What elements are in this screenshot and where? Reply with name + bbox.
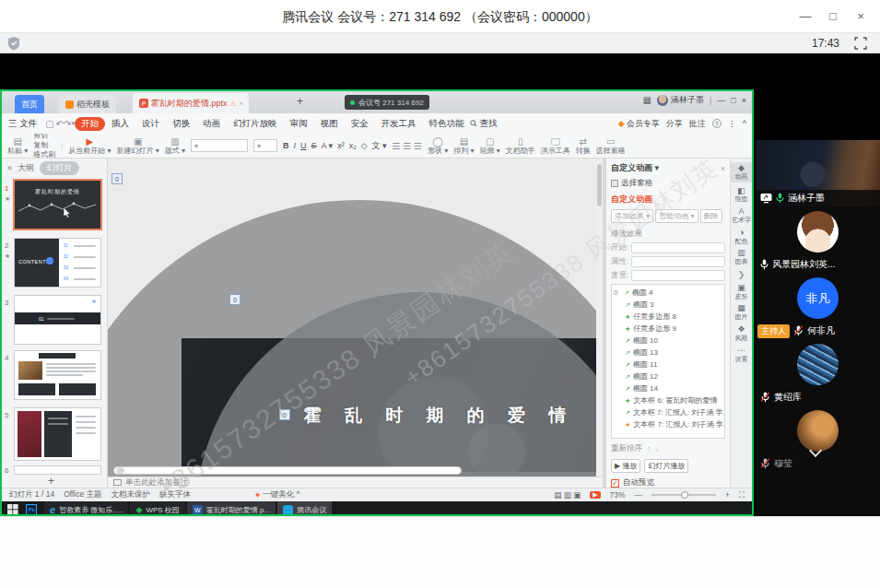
slide-thumbnail-3[interactable]: 01 xyxy=(15,296,100,344)
menu-file[interactable]: 三 文件 xyxy=(2,117,43,131)
superscript-button[interactable]: x² xyxy=(337,141,345,150)
arrange-button[interactable]: ▤排列 ▾ xyxy=(453,136,474,156)
subscript-button[interactable]: x₂ xyxy=(349,141,357,150)
animation-item[interactable]: ↗椭圆 3 xyxy=(612,299,724,311)
animation-item[interactable]: ↗文本框 7: 汇报人: 刘子涵 学... xyxy=(612,406,724,418)
align-icons[interactable]: ☰ ☰ ☰ xyxy=(393,141,422,151)
speed-select[interactable] xyxy=(631,270,725,281)
participant-video-5[interactable]: 穆莹 xyxy=(756,406,880,516)
strike-button[interactable]: S xyxy=(311,141,317,150)
slideshow-button[interactable]: 幻灯片播放 xyxy=(644,459,688,473)
tab-slides[interactable]: 幻灯片 xyxy=(40,161,79,175)
sidebar-item-palette[interactable]: ◑配色 xyxy=(735,229,748,245)
taskbar-ie[interactable]: e智教素养 微知乐..... xyxy=(44,501,128,516)
menu-tab-devtools[interactable]: 开发工具 xyxy=(374,117,422,131)
save-icon[interactable]: ▢ xyxy=(45,119,53,129)
sidebar-item-settings[interactable]: ⋯设置 xyxy=(735,347,748,363)
copy-button[interactable]: 复制 xyxy=(33,141,55,150)
convert-button[interactable]: ⇄转换 xyxy=(576,136,591,156)
maximize-button[interactable]: □ xyxy=(819,0,847,33)
participant-video-4[interactable]: 黄绍库 xyxy=(756,339,880,406)
painter-button[interactable]: 格式刷 xyxy=(33,150,55,159)
wps-close-button[interactable]: × xyxy=(742,96,746,105)
apps-grid-icon[interactable]: ▦ xyxy=(643,95,651,105)
menu-tab-start[interactable]: 开始 xyxy=(75,117,105,131)
menu-tab-design[interactable]: 设计 xyxy=(135,117,166,131)
theme-name[interactable]: Office 主题 xyxy=(64,489,101,500)
notes-bar[interactable]: 单击此处添加备注 xyxy=(108,476,603,488)
close-button[interactable]: × xyxy=(847,0,874,33)
play-button[interactable]: ▶ 播放 xyxy=(611,459,640,473)
menu-tab-animation[interactable]: 动画 xyxy=(196,117,227,131)
menu-tab-review[interactable]: 审阅 xyxy=(283,117,313,131)
sidebar-item-cutout[interactable]: ◧抠图 xyxy=(735,187,748,204)
animation-order-badge[interactable]: 0 xyxy=(111,173,123,184)
animation-item[interactable]: ↗椭圆 14 xyxy=(612,382,724,394)
outline-button[interactable]: ▢轮廓 ▾ xyxy=(480,136,500,156)
highlight-button[interactable]: ◇ xyxy=(361,141,368,150)
animation-item[interactable]: ↗椭圆 13 xyxy=(612,347,724,359)
delete-effect-button[interactable]: 删除 xyxy=(700,209,722,223)
property-select[interactable] xyxy=(631,256,725,267)
slide-thumbnail-4[interactable] xyxy=(15,351,100,399)
participant-video-3[interactable]: 非凡 主持人 何非凡 xyxy=(756,273,880,339)
smart-anim-button[interactable]: 智能动画 ▾ xyxy=(655,209,698,223)
italic-button[interactable]: I xyxy=(294,141,297,150)
horizontal-scrollbar[interactable] xyxy=(113,466,462,475)
selection-pane-button[interactable]: ▭选择窗格 xyxy=(596,136,626,156)
doc-helper-button[interactable]: ▯文档助手 xyxy=(506,136,535,156)
missing-fonts[interactable]: 缺失字体 xyxy=(159,489,191,500)
collapse-ribbon-icon[interactable]: ^ xyxy=(743,119,746,128)
anim-pane-title[interactable]: 自定义动画 ▾ xyxy=(611,162,659,174)
menu-tab-transition[interactable]: 切换 xyxy=(166,117,196,131)
animation-item[interactable]: ★文本框 6: 霍乱时期的爱情 xyxy=(612,394,724,406)
start-select[interactable] xyxy=(631,242,725,253)
menu-tab-features[interactable]: 特色功能 xyxy=(422,117,470,131)
menu-tab-security[interactable]: 安全 xyxy=(344,117,374,131)
animation-order-badge[interactable]: 0 xyxy=(229,294,241,305)
animation-item[interactable]: ★任意多边形 9 xyxy=(612,323,724,335)
checkbox-checked-icon[interactable]: ✓ xyxy=(611,479,619,488)
font-name-select[interactable]: ▾ xyxy=(191,139,248,152)
more-icon[interactable]: ⋮ xyxy=(728,119,736,128)
sidebar-item-chart[interactable]: ▥图表 xyxy=(735,249,748,265)
play-from-current-button[interactable]: ▶从当前开始 ▾ xyxy=(68,136,111,156)
shield-icon[interactable] xyxy=(7,36,20,51)
view-mode-icons[interactable]: ▤ ▥ ▣ xyxy=(554,490,581,500)
new-slide-button[interactable]: ▣新建幻灯片 ▾ xyxy=(117,136,159,156)
sidebar-item-style[interactable]: ❖风格 xyxy=(735,325,748,342)
taskbar-meeting[interactable]: 腾讯会议 xyxy=(277,501,332,516)
fit-screen-icon[interactable]: ⛶ xyxy=(739,490,745,500)
layout-button[interactable]: ▥版式 ▾ xyxy=(165,136,185,156)
animation-item[interactable]: ↗椭圆 12 xyxy=(612,370,724,382)
add-slide-button[interactable]: + xyxy=(48,475,54,488)
taskbar-document[interactable]: W霍乱时期的爱情.p... xyxy=(187,501,276,516)
animation-order-badge[interactable]: 0 xyxy=(279,409,290,420)
protect-status[interactable]: 文档未保护 xyxy=(111,489,151,500)
animation-item[interactable]: ★文本框 7: 汇报人: 刘子涵 学... xyxy=(612,418,724,430)
text-effect-button[interactable]: 文 ▾ xyxy=(372,140,387,152)
selection-pane-row[interactable]: 选择窗格 xyxy=(611,178,725,189)
wps-tab-docer[interactable]: 稻壳模板 xyxy=(59,95,116,113)
slide-title-text[interactable]: 霍 乱 时 期 的 爱 情 xyxy=(246,404,603,428)
animation-item[interactable]: ↗椭圆 11 xyxy=(612,359,724,370)
font-size-select[interactable]: ▾ xyxy=(253,139,277,152)
help-icon[interactable]: ? xyxy=(712,119,722,128)
animation-item[interactable]: 0↗椭圆 4 xyxy=(612,287,724,299)
font-color-button[interactable]: A ▾ xyxy=(322,141,334,150)
sidebar-item-animation[interactable]: ◆动画 xyxy=(731,162,752,182)
taskbar-wps[interactable]: ◆WPS 校园 xyxy=(130,501,184,516)
underline-button[interactable]: U xyxy=(300,141,307,150)
comment-button[interactable]: 批注 xyxy=(689,118,706,130)
beautify-button[interactable]: ♥ 一键美化 ^ xyxy=(255,489,299,500)
wps-tab-home[interactable]: 首页 xyxy=(15,95,44,113)
slide-thumbnail-1[interactable]: 霍乱时期的爱情 xyxy=(15,181,100,229)
reorder-up-icon[interactable]: ↑ xyxy=(647,444,651,453)
participant-video-2[interactable]: 风景园林刘英... xyxy=(756,206,880,273)
wps-restore-button[interactable]: □ xyxy=(731,96,735,105)
panel-collapse-icon[interactable]: « xyxy=(7,163,12,172)
wps-tab-document[interactable]: P 霍乱时期的爱情.pptx ⚠ ● xyxy=(133,93,249,113)
animation-item[interactable]: ★任意多边形 8 xyxy=(612,311,724,323)
windows-start-icon[interactable] xyxy=(7,504,18,515)
menu-tab-slideshow[interactable]: 幻灯片放映 xyxy=(227,117,284,131)
